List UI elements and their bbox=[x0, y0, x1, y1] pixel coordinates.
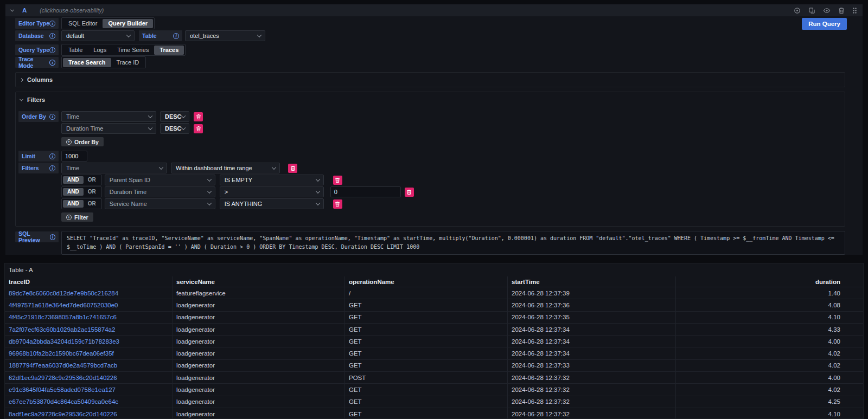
drag-handle-icon[interactable] bbox=[852, 7, 857, 14]
remove-filter-button[interactable] bbox=[288, 164, 297, 173]
column-header-duration[interactable]: duration bbox=[676, 276, 863, 287]
and-option[interactable]: AND bbox=[63, 200, 84, 208]
duration-cell: 4.10 bbox=[676, 408, 863, 419]
trace-mode-option-trace-search[interactable]: Trace Search bbox=[63, 58, 111, 67]
trace-id-cell: db9704a2bbda34204d159c71b78283e3 bbox=[5, 336, 173, 347]
trace-id-link[interactable]: 7a2f07ecf63c60b1029ab2ac155874a2 bbox=[9, 326, 115, 333]
start-time-cell: 2024-06-28 12:37:32 bbox=[508, 408, 676, 419]
editor-type-option-sql-editor[interactable]: SQL Editor bbox=[63, 19, 103, 28]
column-header-servicename[interactable]: serviceName bbox=[173, 276, 345, 287]
column-header-traceid[interactable]: traceID bbox=[5, 276, 173, 287]
order-by-field-select[interactable]: Time bbox=[61, 111, 156, 122]
condition-field-select[interactable]: Service Name bbox=[105, 198, 215, 209]
order-by-direction-select[interactable]: DESC bbox=[160, 123, 189, 134]
query-type-option-time-series[interactable]: Time Series bbox=[112, 46, 154, 55]
remove-condition-button[interactable] bbox=[405, 188, 414, 197]
database-select[interactable]: default bbox=[61, 30, 135, 41]
condition-operator-select[interactable]: > bbox=[220, 186, 324, 197]
condition-field-select[interactable]: Duration Time bbox=[105, 186, 215, 197]
table-label: Table bbox=[139, 30, 182, 41]
info-icon[interactable] bbox=[49, 114, 55, 120]
run-query-button[interactable]: Run Query bbox=[802, 18, 847, 30]
info-icon[interactable] bbox=[173, 33, 179, 39]
filters-section-header[interactable]: Filters bbox=[18, 95, 842, 105]
trace-id-link[interactable]: 8adf1ec9a29728c9e29536c20d140226 bbox=[9, 411, 117, 417]
service-name-cell: loadgenerator bbox=[173, 396, 345, 408]
operation-name-cell: GET bbox=[345, 336, 508, 347]
hide-query-icon[interactable] bbox=[823, 7, 831, 14]
query-row-header[interactable]: A (clickhouse-observability) bbox=[5, 4, 863, 16]
info-icon[interactable] bbox=[49, 165, 55, 171]
and-option[interactable]: AND bbox=[63, 188, 84, 196]
info-icon[interactable] bbox=[49, 33, 55, 39]
table-select[interactable]: otel_traces bbox=[185, 30, 265, 41]
add-filter-button[interactable]: Filter bbox=[61, 212, 93, 222]
chevron-right-icon bbox=[20, 78, 23, 81]
sql-preview-label: SQL Preview bbox=[15, 231, 59, 242]
or-option[interactable]: OR bbox=[84, 188, 100, 196]
column-header-starttime[interactable]: startTime bbox=[508, 276, 676, 287]
info-icon[interactable] bbox=[49, 21, 55, 27]
remove-condition-button[interactable] bbox=[333, 199, 342, 209]
info-icon[interactable] bbox=[49, 153, 55, 159]
remove-condition-button[interactable] bbox=[333, 176, 342, 185]
delete-query-icon[interactable] bbox=[838, 7, 845, 14]
bool-operator-toggle: AND OR bbox=[61, 186, 102, 197]
editor-type-option-query-builder[interactable]: Query Builder bbox=[103, 19, 153, 28]
info-icon[interactable] bbox=[49, 47, 55, 53]
limit-label: Limit bbox=[18, 151, 59, 162]
condition-value-input[interactable] bbox=[330, 186, 401, 197]
or-option[interactable]: OR bbox=[84, 176, 100, 184]
or-option[interactable]: OR bbox=[84, 200, 100, 208]
query-ref-id: A bbox=[22, 7, 27, 14]
service-name-cell: loadgenerator bbox=[173, 336, 345, 347]
filter-field-select[interactable]: Time bbox=[61, 163, 167, 173]
add-order-by-button[interactable]: Order By bbox=[61, 137, 104, 146]
and-option[interactable]: AND bbox=[63, 176, 84, 184]
start-time-cell: 2024-06-28 12:37:34 bbox=[508, 347, 676, 359]
remove-order-by-button[interactable] bbox=[194, 124, 203, 133]
results-table: traceID serviceName operationName startT… bbox=[5, 276, 863, 419]
condition-operator-select[interactable]: IS EMPTY bbox=[220, 175, 324, 185]
service-name-cell: loadgenerator bbox=[173, 324, 345, 336]
plus-circle-icon bbox=[66, 215, 72, 220]
trace-id-link[interactable]: e67ee7b53870d4c864ca50409ca0e64c bbox=[9, 398, 118, 405]
start-time-cell: 2024-06-28 12:37:35 bbox=[508, 312, 676, 324]
query-type-option-logs[interactable]: Logs bbox=[88, 46, 112, 55]
trace-id-link[interactable]: db9704a2bbda34204d159c71b78283e3 bbox=[9, 338, 119, 345]
trace-id-link[interactable]: 4f45c21918c73698057a8b1c741657c6 bbox=[9, 314, 117, 320]
limit-input[interactable] bbox=[61, 151, 87, 162]
remove-order-by-button[interactable] bbox=[194, 112, 203, 121]
trace-id-link[interactable]: 1887794f7eaa6037d0e2a4579bcd7acb bbox=[9, 362, 117, 369]
condition-operator-select[interactable]: IS ANYTHING bbox=[220, 198, 324, 209]
service-name-cell: featureflagservice bbox=[173, 287, 345, 299]
collapse-query-icon[interactable] bbox=[10, 8, 14, 11]
filter-range-select[interactable]: Within dashboard time range bbox=[171, 163, 280, 173]
order-by-field-select[interactable]: Duration Time bbox=[61, 123, 156, 134]
operation-name-cell: GET bbox=[345, 324, 508, 336]
trace-mode-option-trace-id[interactable]: Trace ID bbox=[111, 58, 145, 67]
columns-section-header[interactable]: Columns bbox=[16, 73, 845, 87]
info-icon[interactable] bbox=[49, 60, 55, 66]
order-by-label: Order By bbox=[18, 111, 59, 122]
query-type-label: Query Type bbox=[15, 44, 59, 55]
order-by-direction-select[interactable]: DESC bbox=[160, 111, 189, 122]
create-alert-icon[interactable] bbox=[794, 7, 801, 14]
trace-id-cell: 8adf1ec9a29728c9e29536c20d140226 bbox=[5, 408, 173, 419]
start-time-cell: 2024-06-28 12:37:32 bbox=[508, 384, 676, 396]
query-type-option-traces[interactable]: Traces bbox=[154, 46, 184, 55]
service-name-cell: loadgenerator bbox=[173, 360, 345, 372]
trace-id-cell: e67ee7b53870d4c864ca50409ca0e64c bbox=[5, 396, 173, 408]
trace-id-link[interactable]: 4f497571a618e364ed7ded60752030e0 bbox=[9, 302, 118, 308]
condition-field-select[interactable]: Parent Span ID bbox=[105, 175, 215, 185]
duplicate-query-icon[interactable] bbox=[808, 7, 815, 14]
info-icon[interactable] bbox=[50, 234, 55, 240]
column-header-operationname[interactable]: operationName bbox=[345, 276, 508, 287]
table-body: 89dc7e8c6060c0d12de7e9b50c216284 feature… bbox=[5, 287, 863, 419]
trace-id-link[interactable]: 89dc7e8c6060c0d12de7e9b50c216284 bbox=[9, 290, 118, 296]
trace-id-link[interactable]: e91c3645f04fa5e58adcd0758e1ea127 bbox=[9, 386, 116, 393]
trace-id-link[interactable]: 96968b10fa2b2c1590bc67dea06ef35f bbox=[9, 350, 114, 357]
query-type-option-table[interactable]: Table bbox=[63, 46, 88, 55]
table-row: 8adf1ec9a29728c9e29536c20d140226 loadgen… bbox=[5, 408, 863, 419]
trace-id-link[interactable]: 62df1ec9a29728c9e29536c20d140226 bbox=[9, 375, 117, 381]
